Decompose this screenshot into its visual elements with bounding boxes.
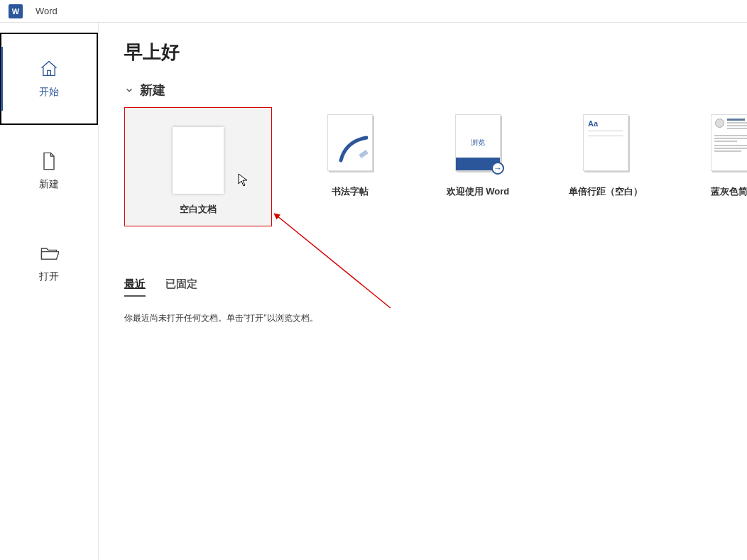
template-gallery: 空白文档 书法字帖 (124, 107, 747, 226)
template-label: 欢迎使用 Word (447, 185, 510, 198)
greeting-text: 早上好 (124, 40, 747, 65)
tab-pinned[interactable]: 已固定 (165, 278, 197, 297)
template-welcome[interactable]: → 浏览 欢迎使用 Word (428, 107, 528, 198)
recent-empty-message: 你最近尚未打开任何文档。单击"打开"以浏览文档。 (124, 312, 747, 324)
recent-tabs: 最近 已固定 (124, 278, 747, 297)
title-bar: W Word (0, 0, 747, 23)
open-folder-icon (39, 243, 59, 263)
welcome-browse-text: 浏览 (456, 138, 500, 148)
nav-home-label: 开始 (39, 86, 59, 99)
nav-open[interactable]: 打开 (0, 217, 98, 309)
home-icon (39, 59, 59, 79)
nav-new-label: 新建 (39, 178, 59, 191)
aa-mark: Aa (588, 119, 623, 128)
nav-open-label: 打开 (39, 270, 59, 283)
template-resume[interactable]: 蓝灰色简历 (684, 107, 747, 198)
template-blank-document[interactable]: 空白文档 (124, 107, 272, 226)
template-label: 空白文档 (180, 203, 217, 216)
template-single-space[interactable]: Aa 单倍行距（空白） (556, 107, 655, 198)
section-new-header[interactable]: 新建 (124, 82, 747, 99)
template-label: 蓝灰色简历 (711, 185, 748, 198)
tab-recent[interactable]: 最近 (124, 278, 146, 297)
resume-thumb (684, 107, 747, 178)
template-label: 单倍行距（空白） (569, 185, 643, 198)
blank-document-thumb (148, 125, 248, 196)
chevron-down-icon (124, 85, 134, 95)
new-document-icon (39, 151, 59, 171)
template-calligraphy[interactable]: 书法字帖 (300, 107, 400, 198)
calligraphy-thumb (300, 107, 400, 178)
svg-rect-0 (359, 150, 368, 158)
sidebar: 开始 新建 打开 (0, 23, 99, 560)
nav-home[interactable]: 开始 (0, 33, 98, 125)
single-space-thumb: Aa (556, 107, 655, 178)
welcome-thumb: → 浏览 (428, 107, 528, 178)
section-new-title: 新建 (140, 82, 165, 99)
cursor-icon (238, 173, 249, 187)
word-logo-icon: W (9, 4, 23, 18)
template-label: 书法字帖 (332, 185, 369, 198)
app-name: Word (36, 6, 58, 16)
nav-new[interactable]: 新建 (0, 125, 98, 217)
main-area: 早上好 新建 空白文档 (99, 23, 747, 560)
